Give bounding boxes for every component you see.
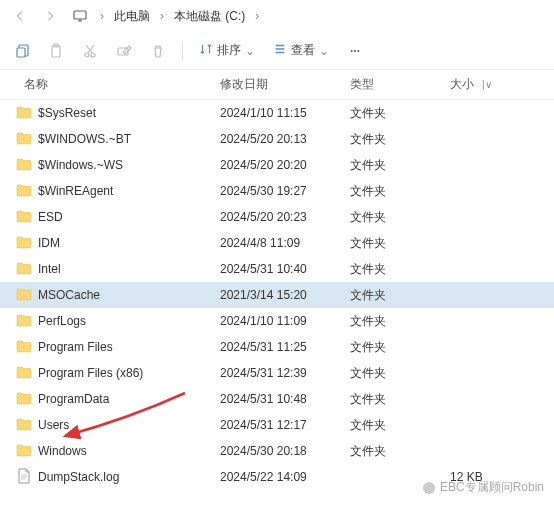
file-date: 2024/4/8 11:09 — [220, 236, 350, 250]
rename-button[interactable] — [108, 35, 140, 67]
file-type: 文件夹 — [350, 235, 450, 252]
file-name: $Windows.~WS — [38, 158, 123, 172]
file-name: Users — [38, 418, 69, 432]
folder-icon — [16, 130, 32, 149]
svg-rect-2 — [52, 46, 60, 57]
toolbar: 排序 ⌄ 查看 ⌄ ··· — [0, 32, 554, 70]
delete-button[interactable] — [142, 35, 174, 67]
column-size[interactable]: 大小|∨ — [450, 76, 554, 93]
chevron-down-icon: ⌄ — [319, 44, 329, 58]
paste-button[interactable] — [40, 35, 72, 67]
watermark: EBC专属顾问Robin — [422, 479, 544, 496]
chevron-right-icon: › — [96, 9, 108, 23]
more-button[interactable]: ··· — [339, 35, 371, 67]
file-name: DumpStack.log — [38, 470, 119, 484]
copy-button[interactable] — [6, 35, 38, 67]
file-row[interactable]: MSOCache2021/3/14 15:20文件夹 — [0, 282, 554, 308]
file-date: 2024/1/10 11:15 — [220, 106, 350, 120]
file-row[interactable]: PerfLogs2024/1/10 11:09文件夹 — [0, 308, 554, 334]
folder-icon — [16, 390, 32, 409]
list-icon — [273, 42, 287, 59]
file-row[interactable]: Users2024/5/31 12:17文件夹 — [0, 412, 554, 438]
file-type: 文件夹 — [350, 183, 450, 200]
svg-rect-1 — [17, 48, 25, 57]
breadcrumb-item[interactable]: 此电脑 — [110, 8, 154, 25]
file-date: 2024/5/31 12:17 — [220, 418, 350, 432]
file-name: $WINDOWS.~BT — [38, 132, 131, 146]
file-date: 2024/5/20 20:13 — [220, 132, 350, 146]
folder-icon — [16, 442, 32, 461]
sort-icon — [199, 42, 213, 59]
file-name: MSOCache — [38, 288, 100, 302]
svg-point-5 — [91, 53, 95, 57]
column-type[interactable]: 类型 — [350, 76, 450, 93]
sort-indicator-icon: |∨ — [482, 79, 492, 90]
file-name: Intel — [38, 262, 61, 276]
avatar-icon — [422, 481, 436, 495]
file-name: ESD — [38, 210, 63, 224]
file-name: PerfLogs — [38, 314, 86, 328]
file-type: 文件夹 — [350, 209, 450, 226]
chevron-right-icon: › — [251, 9, 263, 23]
back-button[interactable] — [6, 2, 34, 30]
file-type: 文件夹 — [350, 391, 450, 408]
cut-button[interactable] — [74, 35, 106, 67]
divider — [182, 41, 183, 61]
column-label: 名称 — [24, 76, 48, 93]
folder-icon — [16, 312, 32, 331]
file-name: IDM — [38, 236, 60, 250]
file-date: 2024/5/31 11:25 — [220, 340, 350, 354]
column-headers: 名称 修改日期 类型 大小|∨ — [0, 70, 554, 100]
file-date: 2024/5/30 20:18 — [220, 444, 350, 458]
monitor-icon[interactable] — [66, 2, 94, 30]
file-name: ProgramData — [38, 392, 109, 406]
file-row[interactable]: Windows2024/5/30 20:18文件夹 — [0, 438, 554, 464]
file-date: 2021/3/14 15:20 — [220, 288, 350, 302]
file-row[interactable]: $WINDOWS.~BT2024/5/20 20:13文件夹 — [0, 126, 554, 152]
folder-icon — [16, 338, 32, 357]
file-row[interactable]: $Windows.~WS2024/5/20 20:20文件夹 — [0, 152, 554, 178]
view-label: 查看 — [291, 42, 315, 59]
folder-icon — [16, 260, 32, 279]
breadcrumb-item[interactable]: 本地磁盘 (C:) — [170, 8, 249, 25]
file-date: 2024/5/31 10:48 — [220, 392, 350, 406]
file-row[interactable]: $SysReset2024/1/10 11:15文件夹 — [0, 100, 554, 126]
watermark-text: EBC专属顾问Robin — [440, 479, 544, 496]
folder-icon — [16, 286, 32, 305]
file-date: 2024/5/31 10:40 — [220, 262, 350, 276]
file-date: 2024/1/10 11:09 — [220, 314, 350, 328]
file-type: 文件夹 — [350, 443, 450, 460]
file-type: 文件夹 — [350, 287, 450, 304]
folder-icon — [16, 416, 32, 435]
folder-icon — [16, 234, 32, 253]
folder-icon — [16, 156, 32, 175]
file-row[interactable]: ESD2024/5/20 20:23文件夹 — [0, 204, 554, 230]
file-date: 2024/5/22 14:09 — [220, 470, 350, 484]
file-row[interactable]: $WinREAgent2024/5/30 19:27文件夹 — [0, 178, 554, 204]
file-row[interactable]: ProgramData2024/5/31 10:48文件夹 — [0, 386, 554, 412]
sort-dropdown[interactable]: 排序 ⌄ — [191, 35, 263, 67]
file-row[interactable]: Program Files (x86)2024/5/31 12:39文件夹 — [0, 360, 554, 386]
svg-rect-0 — [74, 11, 86, 19]
file-name: $WinREAgent — [38, 184, 113, 198]
column-name[interactable]: 名称 — [0, 76, 220, 93]
sort-label: 排序 — [217, 42, 241, 59]
file-type: 文件夹 — [350, 131, 450, 148]
file-date: 2024/5/20 20:23 — [220, 210, 350, 224]
file-row[interactable]: Program Files2024/5/31 11:25文件夹 — [0, 334, 554, 360]
file-date: 2024/5/20 20:20 — [220, 158, 350, 172]
column-label: 修改日期 — [220, 76, 268, 93]
folder-icon — [16, 208, 32, 227]
file-type: 文件夹 — [350, 417, 450, 434]
column-label: 大小 — [450, 76, 474, 93]
file-row[interactable]: IDM2024/4/8 11:09文件夹 — [0, 230, 554, 256]
column-date[interactable]: 修改日期 — [220, 76, 350, 93]
file-type: 文件夹 — [350, 157, 450, 174]
view-dropdown[interactable]: 查看 ⌄ — [265, 35, 337, 67]
column-label: 类型 — [350, 76, 374, 93]
file-name: Windows — [38, 444, 87, 458]
file-row[interactable]: Intel2024/5/31 10:40文件夹 — [0, 256, 554, 282]
file-type: 文件夹 — [350, 339, 450, 356]
forward-button[interactable] — [36, 2, 64, 30]
svg-point-4 — [85, 53, 89, 57]
